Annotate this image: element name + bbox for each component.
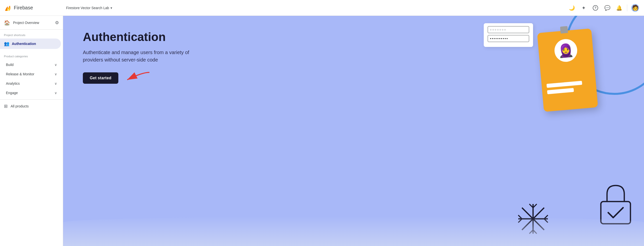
avatar-button[interactable]: 🧑	[630, 3, 640, 13]
sidebar-item-analytics[interactable]: Analytics ∨	[2, 79, 61, 88]
topbar-actions: 🌙 ✦ ? 💬 🔔 🧑	[567, 3, 640, 13]
password-field: ●●●●●●●●●●	[488, 35, 529, 42]
hero-section: Authentication Authenticate and manage u…	[63, 16, 211, 98]
sparkle-icon: ✦	[582, 5, 586, 11]
id-card-text-lines	[546, 80, 592, 97]
project-name: Firestore Vector Search Lab	[66, 6, 109, 10]
sidebar: 🏠 Project Overview ⚙ Project shortcuts 👥…	[0, 16, 63, 246]
sidebar-item-build[interactable]: Build ∨	[2, 60, 61, 69]
product-categories-section: Product categories Build ∨ Release & Mon…	[0, 51, 63, 97]
hero-title: Authentication	[83, 31, 191, 44]
project-shortcuts-section: Project shortcuts 👥 Authentication	[0, 30, 63, 49]
help-icon: ?	[593, 5, 598, 11]
firebase-wordmark: Firebase	[14, 5, 33, 11]
sidebar-item-engage[interactable]: Engage ∨	[2, 88, 61, 97]
sidebar-item-authentication[interactable]: 👥 Authentication	[0, 39, 61, 49]
engage-label: Engage	[6, 91, 52, 95]
analytics-label: Analytics	[6, 81, 52, 85]
firebase-flame-icon	[4, 4, 12, 12]
build-label: Build	[6, 63, 52, 67]
sidebar-project-overview-label: Project Overview	[13, 21, 52, 25]
firebase-logo: Firebase	[4, 4, 58, 12]
id-card-clip	[560, 26, 568, 34]
topbar: Firebase Firestore Vector Search Lab ▾ 🌙…	[0, 0, 644, 16]
password-field-dots: ●●●●●●●●●●	[490, 37, 508, 40]
feedback-icon: 💬	[604, 5, 610, 11]
sparkle-button[interactable]: ✦	[579, 3, 588, 13]
app-layout: 🏠 Project Overview ⚙ Project shortcuts 👥…	[0, 16, 644, 246]
hero-description: Authenticate and manage users from a var…	[83, 49, 191, 63]
id-card-name-line	[546, 81, 582, 88]
id-card-illustration: 🧕	[537, 28, 598, 112]
settings-icon[interactable]: ⚙	[55, 20, 59, 26]
cta-area: Get started	[83, 72, 191, 84]
id-card-info-line	[547, 88, 574, 94]
analytics-chevron-icon: ∨	[54, 81, 57, 85]
project-dropdown-icon[interactable]: ▾	[110, 6, 112, 10]
dark-mode-icon: 🌙	[569, 5, 575, 11]
all-products-label: All products	[10, 104, 28, 108]
get-started-button[interactable]: Get started	[83, 72, 118, 84]
product-categories-label: Product categories	[0, 51, 63, 60]
project-selector[interactable]: Firestore Vector Search Lab ▾	[64, 5, 114, 11]
notifications-icon: 🔔	[616, 5, 622, 11]
username-field-dots: ○○○○○○○	[490, 28, 507, 31]
user-avatar: 🧑	[631, 4, 639, 12]
project-shortcuts-label: Project shortcuts	[0, 30, 63, 39]
password-form-illustration: ○○○○○○○ ●●●●●●●●●●	[484, 23, 533, 47]
background-wave	[63, 216, 644, 246]
sidebar-project-overview[interactable]: 🏠 Project Overview ⚙	[0, 16, 63, 30]
help-button[interactable]: ?	[590, 3, 600, 13]
build-chevron-icon: ∨	[54, 63, 57, 67]
release-monitor-chevron-icon: ∨	[54, 72, 57, 76]
engage-chevron-icon: ∨	[54, 91, 57, 95]
main-content: ○○○○○○○ ●●●●●●●●●● Authentication Authen…	[63, 16, 644, 246]
sidebar-all-products[interactable]: ⊞ All products	[0, 99, 63, 111]
sidebar-item-release-monitor[interactable]: Release & Monitor ∨	[2, 70, 61, 79]
topbar-divider	[627, 5, 627, 11]
id-card-photo: 🧕	[552, 37, 579, 64]
username-field: ○○○○○○○	[488, 26, 529, 33]
grid-icon: ⊞	[4, 103, 8, 109]
release-monitor-label: Release & Monitor	[6, 72, 52, 76]
authentication-label: Authentication	[12, 42, 36, 46]
arrow-indicator	[122, 70, 152, 85]
home-icon: 🏠	[4, 20, 10, 26]
feedback-button[interactable]: 💬	[602, 3, 612, 13]
notifications-button[interactable]: 🔔	[614, 3, 624, 13]
dark-mode-button[interactable]: 🌙	[567, 3, 577, 13]
authentication-icon: 👥	[4, 41, 9, 46]
